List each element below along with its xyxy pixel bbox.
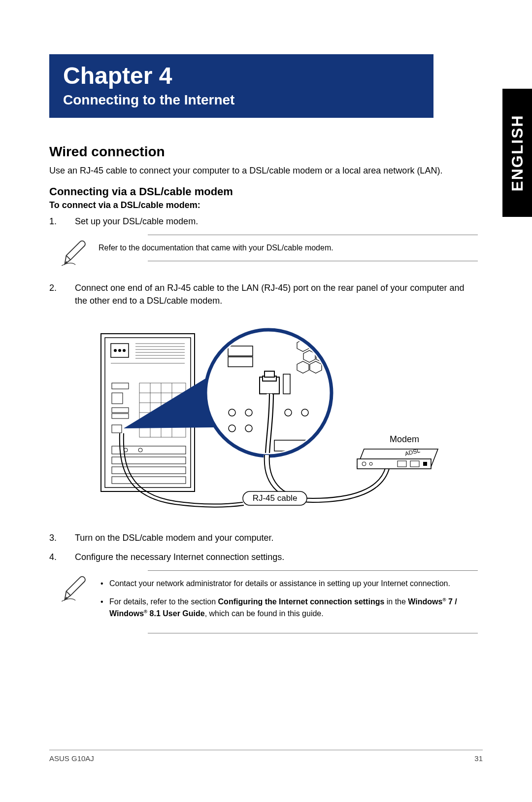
svg-rect-17 (112, 425, 122, 433)
svg-rect-27 (112, 457, 186, 464)
ordered-list: 1. Set up your DSL/cable modem. (49, 215, 478, 228)
pencil-note-icon (49, 570, 99, 603)
svg-rect-29 (112, 477, 186, 484)
svg-rect-45 (265, 371, 274, 377)
manual-page: ENGLISH Chapter 4 Connecting to the Inte… (0, 0, 532, 802)
note-block: Contact your network administrator for d… (49, 570, 478, 633)
step-number: 1. (49, 215, 75, 228)
svg-rect-16 (112, 414, 129, 418)
section-intro: Use an RJ-45 cable to connect your compu… (49, 165, 478, 176)
section-heading: Wired connection (49, 144, 478, 160)
subsection-heading: Connecting via a DSL/cable modem (49, 185, 478, 198)
list-item: 3. Turn on the DSL/cable modem and your … (49, 532, 478, 544)
diagram-label-cable: RJ-45 cable (253, 493, 298, 503)
list-item: 4. Configure the necessary Internet conn… (49, 551, 478, 563)
chapter-banner: Chapter 4 Connecting to the Internet (49, 54, 433, 118)
step-text: Set up your DSL/cable modem. (75, 215, 478, 228)
svg-point-4 (118, 349, 121, 352)
note-block: Refer to the documentation that came wit… (49, 235, 478, 267)
language-text: ENGLISH (508, 114, 527, 191)
step-number: 4. (49, 551, 75, 563)
chapter-number: Chapter 4 (63, 63, 420, 89)
list-item: 1. Set up your DSL/cable modem. (49, 215, 478, 228)
svg-rect-60 (423, 462, 427, 466)
pencil-note-icon (49, 235, 99, 267)
footer-page-number: 31 (474, 754, 483, 763)
language-tab: ENGLISH (502, 89, 532, 217)
diagram-label-modem: Modem (390, 434, 419, 444)
page-footer: ASUS G10AJ 31 (49, 750, 483, 763)
note-bullet: Contact your network administrator for d… (99, 578, 474, 589)
step-text: Turn on the DSL/cable modem and your com… (75, 532, 478, 544)
content-area: Wired connection Use an RJ-45 cable to c… (49, 144, 478, 648)
step-text: Connect one end of an RJ-45 cable to the… (75, 282, 478, 307)
svg-rect-14 (112, 393, 123, 404)
note-bullet: For details, refer to the section Config… (99, 596, 474, 619)
svg-point-5 (123, 349, 126, 352)
connection-diagram: RJ-45 cable Modem ADSL (49, 314, 478, 521)
step-number: 2. (49, 282, 75, 307)
svg-rect-26 (112, 446, 186, 454)
svg-point-3 (114, 349, 117, 352)
step-text: Configure the necessary Internet connect… (75, 551, 478, 563)
svg-rect-15 (112, 408, 129, 413)
ordered-list: 2. Connect one end of an RJ-45 cable to … (49, 282, 478, 307)
ordered-list: 3. Turn on the DSL/cable modem and your … (49, 532, 478, 563)
svg-rect-13 (112, 383, 129, 389)
svg-rect-28 (112, 467, 186, 474)
svg-marker-32 (124, 373, 215, 428)
list-item: 2. Connect one end of an RJ-45 cable to … (49, 282, 478, 307)
svg-point-31 (138, 448, 142, 452)
procedure-leadin: To connect via a DSL/cable modem: (49, 200, 478, 210)
note-bullet-list: Contact your network administrator for d… (99, 578, 474, 619)
step-number: 3. (49, 532, 75, 544)
svg-rect-55 (357, 459, 431, 469)
footer-product: ASUS G10AJ (49, 754, 94, 763)
chapter-title: Connecting to the Internet (63, 92, 420, 108)
note-text: Refer to the documentation that came wit… (99, 235, 478, 260)
